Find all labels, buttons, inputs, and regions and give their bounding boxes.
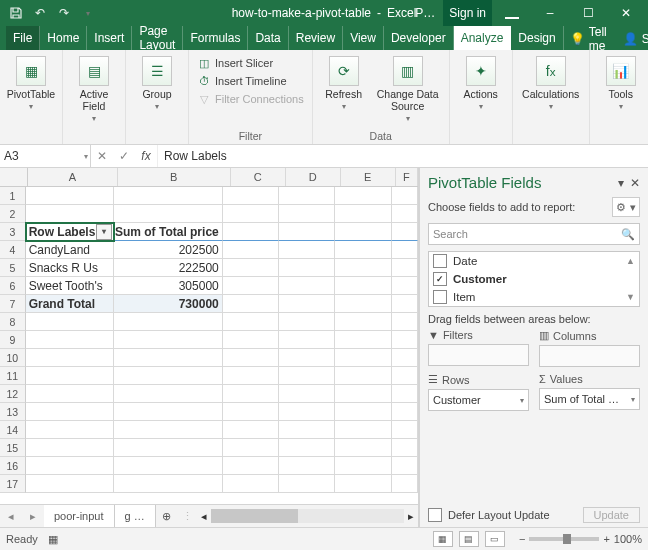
cell-C12[interactable] bbox=[223, 385, 279, 403]
ribbon-options-icon[interactable] bbox=[494, 0, 530, 26]
cell-D8[interactable] bbox=[279, 313, 335, 331]
pane-options-icon[interactable]: ▾ bbox=[618, 176, 624, 190]
sheet-tab-g[interactable]: g … bbox=[115, 505, 156, 527]
col-header-a[interactable]: A bbox=[28, 168, 118, 186]
new-sheet-button[interactable]: ⊕ bbox=[156, 510, 178, 523]
cell-E11[interactable] bbox=[335, 367, 391, 385]
view-page-layout-button[interactable]: ▤ bbox=[459, 531, 479, 547]
group-button[interactable]: ☰Group▾ bbox=[132, 52, 182, 111]
cell-D3[interactable] bbox=[279, 223, 335, 241]
cell-E9[interactable] bbox=[335, 331, 391, 349]
row-header[interactable]: 15 bbox=[0, 439, 26, 457]
cell-A5[interactable]: Snacks R Us bbox=[26, 259, 114, 277]
cell-C3[interactable] bbox=[223, 223, 279, 241]
cell-E13[interactable] bbox=[335, 403, 391, 421]
actions-button[interactable]: ✦Actions▾ bbox=[456, 52, 506, 111]
name-box[interactable]: A3▾ bbox=[0, 145, 91, 167]
cell-A3[interactable]: Row Labels▾ bbox=[26, 223, 114, 241]
sign-in-button[interactable]: Sign in bbox=[443, 0, 492, 26]
tab-data[interactable]: Data bbox=[248, 26, 288, 50]
horizontal-scrollbar[interactable]: ◂▸ bbox=[197, 509, 418, 523]
cell-C17[interactable] bbox=[223, 475, 279, 493]
cell-C13[interactable] bbox=[223, 403, 279, 421]
cell-D17[interactable] bbox=[279, 475, 335, 493]
defer-checkbox[interactable] bbox=[428, 508, 442, 522]
cell-D15[interactable] bbox=[279, 439, 335, 457]
update-button[interactable]: Update bbox=[583, 507, 640, 523]
cell-A11[interactable] bbox=[26, 367, 114, 385]
tab-analyze[interactable]: Analyze bbox=[454, 26, 512, 50]
cell-F11[interactable] bbox=[392, 367, 418, 385]
cell-F14[interactable] bbox=[392, 421, 418, 439]
cell-D2[interactable] bbox=[279, 205, 335, 223]
cell-B13[interactable] bbox=[114, 403, 223, 421]
row-header[interactable]: 5 bbox=[0, 259, 26, 277]
col-header-c[interactable]: C bbox=[231, 168, 286, 186]
row-header[interactable]: 8 bbox=[0, 313, 26, 331]
tab-review[interactable]: Review bbox=[289, 26, 343, 50]
row-header[interactable]: 16 bbox=[0, 457, 26, 475]
cell-B4[interactable]: 202500 bbox=[114, 241, 223, 259]
cell-C10[interactable] bbox=[223, 349, 279, 367]
cell-C4[interactable] bbox=[223, 241, 279, 259]
cancel-formula-button[interactable]: ✕ bbox=[91, 149, 113, 163]
cell-F7[interactable] bbox=[392, 295, 418, 313]
share-button[interactable]: 👤Share bbox=[617, 28, 648, 50]
cell-E12[interactable] bbox=[335, 385, 391, 403]
cell-D9[interactable] bbox=[279, 331, 335, 349]
macro-record-icon[interactable]: ▦ bbox=[48, 533, 58, 546]
cell-D4[interactable] bbox=[279, 241, 335, 259]
cell-C16[interactable] bbox=[223, 457, 279, 475]
cell-E7[interactable] bbox=[335, 295, 391, 313]
columns-drop-area[interactable] bbox=[539, 345, 640, 367]
field-search-input[interactable]: Search 🔍 bbox=[428, 223, 640, 245]
cell-A14[interactable] bbox=[26, 421, 114, 439]
cell-E5[interactable] bbox=[335, 259, 391, 277]
cell-E4[interactable] bbox=[335, 241, 391, 259]
cell-A2[interactable] bbox=[26, 205, 114, 223]
zoom-slider[interactable] bbox=[529, 537, 599, 541]
cell-F17[interactable] bbox=[392, 475, 418, 493]
cell-D6[interactable] bbox=[279, 277, 335, 295]
close-icon[interactable]: ✕ bbox=[608, 0, 644, 26]
cell-E17[interactable] bbox=[335, 475, 391, 493]
cell-B9[interactable] bbox=[114, 331, 223, 349]
tab-page-layout[interactable]: Page Layout bbox=[132, 26, 183, 50]
cell-B14[interactable] bbox=[114, 421, 223, 439]
chevron-down-icon[interactable]: ▾ bbox=[84, 152, 88, 161]
cell-B11[interactable] bbox=[114, 367, 223, 385]
cell-E16[interactable] bbox=[335, 457, 391, 475]
fx-button[interactable]: fx bbox=[135, 149, 157, 163]
cell-D7[interactable] bbox=[279, 295, 335, 313]
layout-options-button[interactable]: ⚙ ▾ bbox=[612, 197, 640, 217]
cell-B1[interactable] bbox=[114, 187, 223, 205]
zoom-out-button[interactable]: − bbox=[519, 533, 525, 545]
save-icon[interactable] bbox=[8, 5, 24, 21]
cell-F3[interactable] bbox=[392, 223, 418, 241]
pivottable-button[interactable]: ▦PivotTable▾ bbox=[6, 52, 56, 111]
minimize-icon[interactable]: – bbox=[532, 0, 568, 26]
cell-C1[interactable] bbox=[223, 187, 279, 205]
row-header[interactable]: 9 bbox=[0, 331, 26, 349]
cell-A8[interactable] bbox=[26, 313, 114, 331]
change-data-source-button[interactable]: ▥Change Data Source▾ bbox=[373, 52, 443, 123]
cell-D11[interactable] bbox=[279, 367, 335, 385]
cell-C15[interactable] bbox=[223, 439, 279, 457]
cell-A4[interactable]: CandyLand bbox=[26, 241, 114, 259]
cell-B6[interactable]: 305000 bbox=[114, 277, 223, 295]
cell-F9[interactable] bbox=[392, 331, 418, 349]
redo-icon[interactable]: ↷ bbox=[56, 5, 72, 21]
enter-formula-button[interactable]: ✓ bbox=[113, 149, 135, 163]
cell-A12[interactable] bbox=[26, 385, 114, 403]
zoom-in-button[interactable]: + bbox=[603, 533, 609, 545]
filter-connections-button[interactable]: ▽Filter Connections bbox=[195, 91, 306, 107]
tab-formulas[interactable]: Formulas bbox=[183, 26, 248, 50]
maximize-icon[interactable]: ☐ bbox=[570, 0, 606, 26]
calculations-button[interactable]: fxCalculations▾ bbox=[519, 52, 583, 111]
cell-F10[interactable] bbox=[392, 349, 418, 367]
cell-F15[interactable] bbox=[392, 439, 418, 457]
row-header[interactable]: 14 bbox=[0, 421, 26, 439]
row-header[interactable]: 11 bbox=[0, 367, 26, 385]
cell-B5[interactable]: 222500 bbox=[114, 259, 223, 277]
row-header[interactable]: 2 bbox=[0, 205, 26, 223]
